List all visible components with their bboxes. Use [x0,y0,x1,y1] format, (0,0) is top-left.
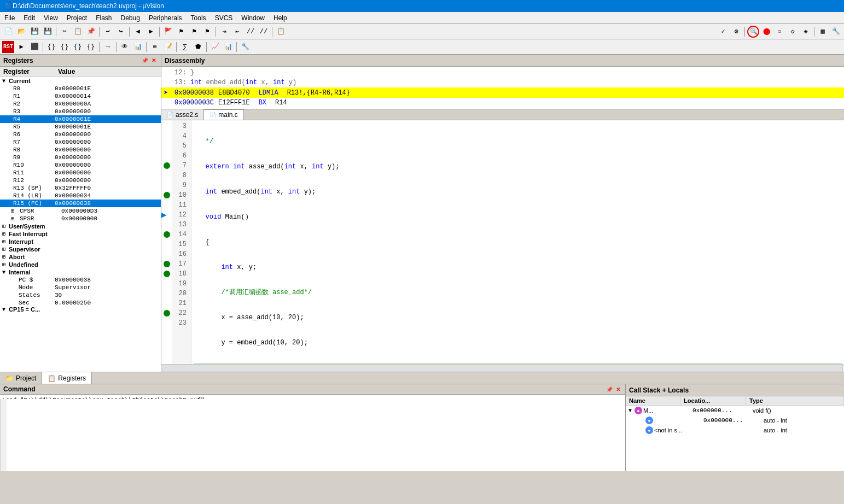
reg-item-r1[interactable]: R1 0x00000014 [0,92,161,100]
reg-item-r15[interactable]: R15 (PC) 0x00000038 [0,200,161,207]
tb-stop2[interactable]: ⬛ [28,41,40,53]
tb-trace[interactable]: ⬟ [192,41,204,53]
reg-item-r2[interactable]: R2 0x0000000A [0,100,161,108]
tb-step-out[interactable]: ◈ [800,26,812,38]
reg-item-r9[interactable]: R9 0x00000000 [0,154,161,161]
tb-configure[interactable]: 🔧 [830,26,842,38]
tb-new[interactable]: 📄 [2,26,14,38]
tb-run-debug[interactable]: 🔍 [747,26,759,38]
tb-rst[interactable]: RST [2,41,14,53]
reg-item-r0[interactable]: R0 0x0000001E [0,85,161,92]
reg-group-interrupt[interactable]: ⊞ Interrupt [0,238,161,245]
reg-group-user[interactable]: ⊞ User/System [0,222,161,230]
registers-pin-icon[interactable]: 📌 [141,57,149,65]
reg-internal-states[interactable]: States 30 [0,291,161,299]
tb-build-output[interactable]: 📋 [275,26,287,38]
reg-item-r7[interactable]: R7 0x00000000 [0,138,161,146]
tb-layout[interactable]: ▦ [817,26,829,38]
tab-project[interactable]: 📁 Project [0,372,42,384]
cs-item-auto2[interactable]: ◆ <not in s... auto - int [626,425,844,435]
tb-disasm-view[interactable]: 📝 [162,41,174,53]
tb-redo[interactable]: ↪ [115,26,127,38]
reg-group-current[interactable]: ▼ Current [0,77,161,85]
tb-open[interactable]: 📂 [15,26,27,38]
tb-watch[interactable]: 👁 [119,41,131,53]
tb-copy[interactable]: 📋 [72,26,84,38]
reg-internal-sec[interactable]: Sec 0.00000250 [0,299,161,307]
command-close-icon[interactable]: ✕ [614,385,622,393]
registers-close-icon[interactable]: ✕ [150,57,158,65]
reg-item-cpsr[interactable]: ⊞ CPSR 0x000000D3 [0,207,161,215]
menu-tools[interactable]: Tools [187,13,211,23]
menu-file[interactable]: File [0,13,19,23]
reg-group-internal[interactable]: ▼ Internal [0,268,161,276]
menu-flash[interactable]: Flash [91,13,116,23]
tb-comment[interactable]: // [245,26,257,38]
reg-item-r12[interactable]: R12 0x00000000 [0,177,161,184]
tb-braces3[interactable]: {} [72,41,84,53]
reg-internal-mode[interactable]: Mode Supervisor [0,284,161,291]
tb-tools2[interactable]: 🔧 [239,41,251,53]
tb-forward[interactable]: ▶ [145,26,157,38]
menu-edit[interactable]: Edit [19,13,39,23]
tb-logic[interactable]: 📈 [209,41,221,53]
reg-group-cp15[interactable]: ▼ CP15 = C... [0,307,161,312]
reg-item-r14[interactable]: R14 (LR) 0x00000034 [0,192,161,200]
reg-group-supervisor[interactable]: ⊞ Supervisor [0,245,161,253]
reg-group-abort[interactable]: ⊞ Abort [0,253,161,261]
tb-step-over[interactable]: ○ [773,26,785,38]
tb-bookmark2[interactable]: ⚑ [175,26,187,38]
reg-group-fast[interactable]: ⊞ Fast Interrupt [0,230,161,238]
hscroll[interactable] [161,364,844,372]
tb-settings[interactable]: ⚙ [730,26,742,38]
hscroll-thumb[interactable] [162,365,843,372]
reg-item-r11[interactable]: R11 0x00000000 [0,169,161,177]
tb-indent[interactable]: ⇥ [218,26,230,38]
reg-item-r5[interactable]: R5 0x0000001E [0,123,161,131]
tb-bookmark3[interactable]: ⚑ [188,26,200,38]
tab-mainc[interactable]: 📄 main.c [204,109,243,120]
tb-bookmark1[interactable]: 🚩 [162,26,174,38]
tb-check[interactable]: ✓ [717,26,729,38]
tb-paste[interactable]: 📌 [85,26,97,38]
reg-item-r3[interactable]: R3 0x00000000 [0,108,161,115]
menu-help[interactable]: Help [269,13,292,23]
tb-run[interactable]: ▶ [15,41,27,53]
reg-item-r8[interactable]: R8 0x00000000 [0,146,161,154]
reg-item-r6[interactable]: R6 0x00000000 [0,131,161,138]
tb-braces1[interactable]: {} [45,41,57,53]
tb-symbol[interactable]: ∑ [179,41,191,53]
code-lines[interactable]: */ extern int asse_add(int x, int y); in… [191,120,844,364]
tb-arrow-right[interactable]: → [102,41,114,53]
menu-window[interactable]: Window [237,13,269,23]
cs-item-main[interactable]: ▼ ◆ M... 0x000000... void f() [626,406,844,415]
tb-save[interactable]: 💾 [28,26,40,38]
tab-registers[interactable]: 📋 Registers [42,372,92,384]
tb-memory[interactable]: 📊 [132,41,144,53]
tb-step-into[interactable]: ◇ [787,26,799,38]
reg-group-undefined[interactable]: ⊞ Undefined [0,261,161,268]
menu-view[interactable]: View [39,13,62,23]
reg-item-spsr[interactable]: ⊞ SPSR 0x00000000 [0,215,161,222]
command-pin-icon[interactable]: 📌 [606,385,613,393]
reg-item-r13[interactable]: R13 (SP) 0x32FFFFF0 [0,184,161,192]
menu-peripherals[interactable]: Peripherals [144,13,187,23]
command-scrollbar[interactable] [0,399,7,471]
reg-internal-pc[interactable]: PC $ 0x00000038 [0,276,161,284]
tb-stop[interactable]: ⬤ [760,26,772,38]
tb-unindent[interactable]: ⇤ [231,26,243,38]
tb-undo[interactable]: ↩ [102,26,114,38]
reg-item-r10[interactable]: R10 0x00000000 [0,161,161,169]
tb-braces2[interactable]: {} [59,41,71,53]
tb-braces4[interactable]: {} [85,41,97,53]
tb-back[interactable]: ◀ [132,26,144,38]
tab-asse2s[interactable]: 📄 asse2.s [161,109,204,120]
reg-item-r4[interactable]: R4 0x0000001E [0,115,161,123]
cs-item-auto1[interactable]: ◆ 0x000000... auto - int [626,415,844,425]
tb-cut[interactable]: ✂ [59,26,71,38]
menu-debug[interactable]: Debug [117,13,144,23]
menu-project[interactable]: Project [62,13,91,23]
tb-breakpoints[interactable]: ⊕ [149,41,161,53]
tb-bookmark4[interactable]: ⚑ [201,26,213,38]
tb-save-all[interactable]: 💾 [42,26,54,38]
